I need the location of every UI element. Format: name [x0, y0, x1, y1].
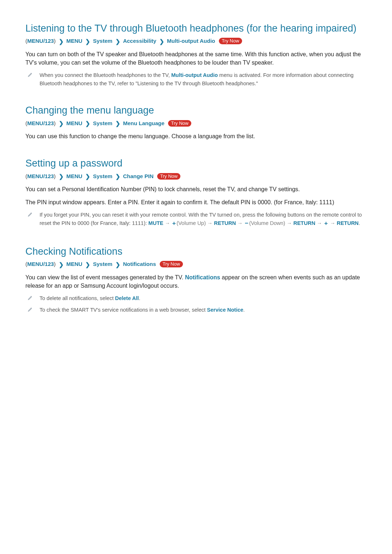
crumb-root[interactable]: MENU/123: [27, 38, 54, 44]
vol-up-label: (Volume Up): [176, 220, 206, 226]
crumb-item[interactable]: Multi-output Audio: [167, 38, 215, 44]
crumb-item[interactable]: Menu Language: [123, 120, 164, 126]
section-title: Changing the menu language: [25, 104, 367, 117]
arrow: →: [328, 220, 337, 226]
breadcrumb: (MENU/123) ❯ MENU ❯ System ❯ Accessibili…: [25, 38, 367, 45]
breadcrumb: (MENU/123) ❯ MENU ❯ System ❯ Menu Langua…: [25, 120, 367, 127]
crumb-item[interactable]: Change PIN: [123, 173, 154, 179]
crumb-root[interactable]: MENU/123: [27, 173, 54, 179]
minus-icon: −: [244, 220, 249, 227]
arrow: →: [206, 220, 214, 226]
section-title: Checking Notifications: [25, 245, 367, 258]
chevron-right-icon: ❯: [84, 38, 91, 45]
try-now-button[interactable]: Try Now: [160, 261, 183, 267]
note-blue: Delete All: [115, 295, 139, 301]
body-text: You can turn on both of the TV speaker a…: [25, 50, 367, 67]
chevron-right-icon: ❯: [84, 120, 91, 127]
try-now-button[interactable]: Try Now: [168, 120, 191, 127]
crumb-root[interactable]: MENU/123: [27, 261, 54, 267]
period: .: [359, 220, 360, 226]
paren-close: ): [54, 38, 56, 44]
crumb-item[interactable]: System: [93, 120, 112, 126]
section-menu-language: Changing the menu language (MENU/123) ❯ …: [25, 104, 367, 140]
body-blue: Notifications: [185, 274, 220, 280]
body-text: The PIN input window appears. Enter a PI…: [25, 198, 367, 206]
paren-close: ): [54, 173, 56, 179]
body-part: You can view the list of event messages …: [25, 274, 185, 280]
return-label: RETURN: [293, 220, 315, 226]
chevron-right-icon: ❯: [57, 38, 65, 45]
chevron-right-icon: ❯: [158, 38, 166, 45]
chevron-right-icon: ❯: [57, 262, 65, 268]
chevron-right-icon: ❯: [114, 38, 122, 45]
breadcrumb: (MENU/123) ❯ MENU ❯ System ❯ Change PIN …: [25, 173, 367, 180]
note-part: To delete all notifications, select: [40, 295, 115, 301]
arrow: →: [163, 220, 172, 226]
arrow: →: [285, 220, 294, 226]
arrow: →: [315, 220, 324, 226]
note-row: When you connect the Bluetooth headphone…: [25, 71, 367, 87]
try-now-button[interactable]: Try Now: [219, 38, 242, 44]
note-part: To check the SMART TV's service notifica…: [40, 307, 207, 313]
chevron-right-icon: ❯: [84, 262, 91, 268]
section-title: Listening to the TV through Bluetooth he…: [25, 22, 367, 35]
chevron-right-icon: ❯: [114, 173, 122, 180]
crumb-root[interactable]: MENU/123: [27, 120, 54, 126]
note-row: To check the SMART TV's service notifica…: [25, 306, 367, 314]
chevron-right-icon: ❯: [57, 173, 65, 180]
pencil-icon: [28, 212, 33, 218]
note-row: To delete all notifications, select Dele…: [25, 294, 367, 302]
mute-label: MUTE: [148, 220, 163, 226]
note-part: .: [139, 295, 140, 301]
arrow: →: [236, 220, 244, 226]
note-text: When you connect the Bluetooth headphone…: [40, 71, 367, 87]
section-bluetooth-headphones: Listening to the TV through Bluetooth he…: [25, 22, 367, 87]
chevron-right-icon: ❯: [114, 120, 122, 127]
crumb-item[interactable]: Notifications: [123, 261, 156, 267]
plus-icon: +: [171, 220, 176, 227]
crumb-item[interactable]: System: [93, 173, 112, 179]
chevron-right-icon: ❯: [114, 262, 122, 268]
try-now-button[interactable]: Try Now: [157, 173, 180, 180]
return-label: RETURN: [214, 220, 236, 226]
note-text: To check the SMART TV's service notifica…: [40, 306, 245, 314]
crumb-item[interactable]: MENU: [66, 38, 82, 44]
section-title: Setting up a password: [25, 157, 367, 170]
note-row: If you forget your PIN, you can reset it…: [25, 211, 367, 229]
pencil-icon: [28, 295, 33, 302]
note-part: .: [243, 307, 245, 313]
plus-icon: +: [323, 220, 328, 227]
body-text: You can view the list of event messages …: [25, 273, 367, 290]
vol-down-label: (Volume Down): [249, 220, 285, 226]
note-blue: Multi-output Audio: [171, 72, 218, 78]
crumb-item[interactable]: MENU: [66, 120, 82, 126]
section-password: Setting up a password (MENU/123) ❯ MENU …: [25, 157, 367, 228]
section-notifications: Checking Notifications (MENU/123) ❯ MENU…: [25, 245, 367, 314]
pencil-icon: [28, 72, 33, 79]
crumb-item[interactable]: MENU: [66, 173, 82, 179]
crumb-item[interactable]: Accessibility: [123, 38, 156, 44]
crumb-item[interactable]: System: [93, 261, 112, 267]
paren-close: ): [54, 261, 56, 267]
crumb-item[interactable]: MENU: [66, 261, 82, 267]
body-text: You can set a Personal Identification Nu…: [25, 185, 367, 193]
note-part: When you connect the Bluetooth headphone…: [40, 72, 171, 78]
breadcrumb: (MENU/123) ❯ MENU ❯ System ❯ Notificatio…: [25, 261, 367, 268]
note-blue: Service Notice: [207, 307, 243, 313]
return-label: RETURN: [337, 220, 359, 226]
note-text: To delete all notifications, select Dele…: [40, 294, 140, 302]
crumb-item[interactable]: System: [93, 38, 112, 44]
chevron-right-icon: ❯: [84, 173, 91, 180]
body-text: You can use this function to change the …: [25, 132, 367, 140]
paren-close: ): [54, 120, 56, 126]
pencil-icon: [28, 307, 33, 313]
chevron-right-icon: ❯: [57, 120, 65, 127]
note-text: If you forget your PIN, you can reset it…: [40, 211, 367, 229]
